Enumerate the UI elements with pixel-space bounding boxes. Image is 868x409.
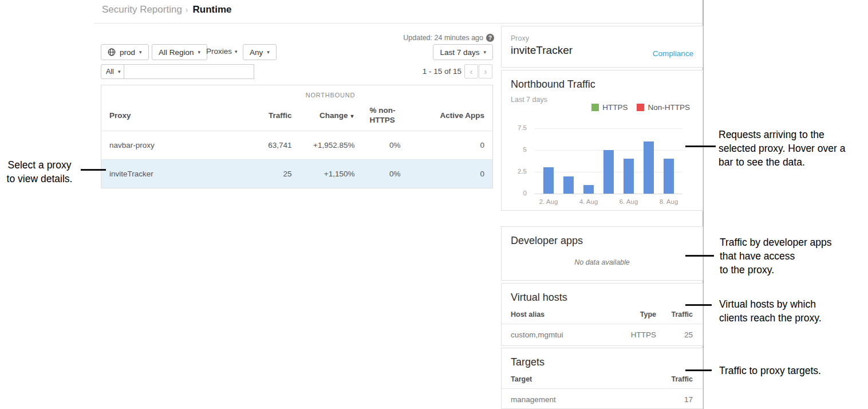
targets-title: Targets [511,356,693,368]
compliance-link[interactable]: Compliance [653,49,693,58]
column-header-pct-non-https-label: % non-HTTPS [370,105,403,125]
globe-icon [108,48,116,56]
environment-label: prod [120,48,135,57]
any-dropdown[interactable]: Any ▾ [243,44,277,60]
traffic-value: 17 [656,395,693,404]
chevron-right-icon: › [484,66,487,76]
active-apps-cell: 0 [417,131,493,160]
traffic-cell: 25 [244,160,293,188]
traffic-cell: 63,741 [244,131,293,160]
target-column-header: Target [511,375,656,383]
chart-bar-5aug[interactable] [603,150,614,194]
traffic-column-header: Traffic [656,310,693,318]
chart-legend: HTTPS Non-HTTPS [591,103,690,112]
annotation-virtual-hosts: Virtual hosts by which clients reach the… [719,297,862,325]
chart-bar-7aug[interactable] [644,141,654,194]
no-data-message: No data available [502,258,703,266]
traffic-column-header: Traffic [656,375,693,383]
annotation-line-chart [685,145,716,147]
proxy-row-navbar-proxy[interactable]: navbar-proxy 63,741 +1,952.85% 0% 0 [101,131,493,160]
chart-bar-6aug[interactable] [624,159,634,194]
northbound-group-header: NORTHBOUND [244,85,417,100]
table-group-header-row: NORTHBOUND [101,85,493,100]
chevron-left-icon: ‹ [470,66,473,76]
updated-status: Updated: 24 minutes ago ? [403,34,494,42]
updated-text: Updated: 24 minutes ago [403,34,483,42]
column-header-active-apps[interactable]: Active Apps [417,100,493,131]
https-swatch-icon [591,104,599,111]
virtual-hosts-header-row: Host alias Type Traffic [502,304,703,324]
targets-card: Targets Target Traffic management 17 [501,348,703,409]
gridline [535,194,682,194]
column-header-proxy[interactable]: Proxy [101,100,244,131]
legend-item-https: HTTPS [591,103,628,112]
y-tick-label: 0 [502,190,527,196]
any-label: Any [250,48,263,57]
proxies-label: Proxies [206,47,232,56]
proxies-dropdown[interactable]: Proxies ▾ [206,47,238,56]
annotation-line-targets [685,369,712,371]
breadcrumb-section[interactable]: Security Reporting [102,4,182,15]
chart-bar-4aug[interactable] [583,185,594,194]
annotation-select-proxy: Select a proxy to view details. [0,158,79,186]
chevron-down-icon: ▾ [118,69,121,74]
target-row: management 17 [502,389,703,404]
proxy-cell[interactable]: navbar-proxy [101,131,244,160]
chart-subtitle: Last 7 days [511,96,547,104]
proxy-detail-header-card: Proxy inviteTracker Compliance [501,26,703,68]
header-divider [94,23,703,23]
virtual-host-row: custom,mgmtui HTTPS 25 [502,324,703,339]
environment-dropdown[interactable]: prod ▾ [101,44,149,60]
chevron-down-icon: ▾ [483,49,486,55]
next-page-button[interactable]: › [479,64,492,78]
change-cell: +1,150% [293,160,356,188]
x-tick-label: 4. Aug [571,198,606,205]
chevron-down-icon: ▾ [235,49,238,54]
developer-apps-card: Developer apps No data available [501,226,703,281]
x-tick-label: 6. Aug [611,198,646,205]
virtual-hosts-title: Virtual hosts [511,292,693,304]
chevron-down-icon: ▾ [139,49,142,55]
chart-bar-8aug[interactable] [664,159,674,194]
chart-bar-3aug[interactable] [563,176,574,194]
page: Security Reporting › Runtime Updated: 24… [0,0,868,409]
chevron-down-icon: ▾ [267,49,270,55]
gridline [535,128,682,129]
proxy-row-invitetracker-selected[interactable]: inviteTracker 25 +1,150% 0% 0 [101,160,493,188]
search-scope-label: All [106,68,114,76]
traffic-value: 25 [656,331,693,339]
help-icon[interactable]: ? [486,34,494,42]
column-header-change-label: Change [319,111,348,120]
proxy-table: NORTHBOUND Proxy Traffic Change▼ % non-H… [101,85,493,188]
x-tick-label: 8. Aug [652,198,686,205]
legend-label: HTTPS [602,103,628,112]
northbound-traffic-title: Northbound Traffic [511,78,693,91]
y-tick-label: 7.5 [502,124,527,131]
legend-label: Non-HTTPS [648,103,690,112]
previous-page-button[interactable]: ‹ [464,64,478,78]
host-alias-column-header: Host alias [511,310,616,318]
change-cell: +1,952.85% [293,131,356,160]
date-range-dropdown[interactable]: Last 7 days ▾ [433,44,493,60]
annotation-line-developer-apps [685,255,714,257]
sort-descending-icon: ▼ [350,113,355,119]
column-header-change[interactable]: Change▼ [293,100,356,131]
northbound-chart-plot: 2. Aug4. Aug6. Aug8. Aug [535,128,682,194]
proxy-label: Proxy [511,34,693,42]
x-tick-label: 2. Aug [531,198,566,205]
proxy-cell[interactable]: inviteTracker [101,160,244,188]
search-scope-dropdown[interactable]: All ▾ [101,64,125,79]
column-header-pct-non-https[interactable]: % non-HTTPS [356,100,417,131]
targets-header-row: Target Traffic [502,368,703,389]
target-value: management [511,395,656,404]
region-dropdown[interactable]: All Region ▾ [152,44,207,60]
chart-bar-2aug[interactable] [543,167,554,194]
search-input[interactable] [124,64,254,79]
column-header-traffic[interactable]: Traffic [244,100,293,131]
type-column-header: Type [616,310,656,318]
breadcrumb-separator-icon: › [186,5,188,14]
annotation-developer-apps: Traffic by developer apps that have acce… [720,235,863,277]
page-title: Runtime [193,4,232,15]
breadcrumb: Security Reporting › Runtime [102,4,232,15]
annotation-line-virtual-hosts [685,304,712,306]
